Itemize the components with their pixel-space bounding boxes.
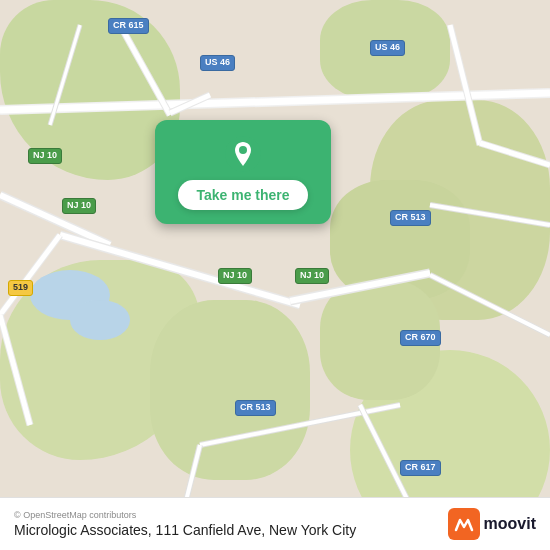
svg-line-21 [480, 143, 550, 165]
osm-attribution: © OpenStreetMap contributors [14, 510, 356, 520]
badge-nj10-left2: NJ 10 [62, 198, 96, 214]
svg-line-5 [60, 235, 300, 305]
badge-519: 519 [8, 280, 33, 296]
badge-nj10-mid1: NJ 10 [218, 268, 252, 284]
badge-cr615: CR 615 [108, 18, 149, 34]
svg-line-19 [450, 25, 480, 145]
badge-nj10-left: NJ 10 [28, 148, 62, 164]
svg-line-9 [430, 205, 550, 225]
svg-line-31 [0, 315, 30, 425]
badge-nj10-mid2: NJ 10 [295, 268, 329, 284]
badge-cr617: CR 617 [400, 460, 441, 476]
road-layer [0, 0, 550, 550]
svg-line-29 [0, 235, 60, 315]
svg-line-23 [430, 275, 550, 335]
location-name: Micrologic Associates, 111 Canfield Ave,… [14, 522, 356, 538]
take-me-there-button[interactable]: Take me there [178, 180, 307, 210]
moovit-logo: moovit [448, 508, 536, 540]
map-container: CR 615 US 46 US 46 NJ 10 NJ 10 NJ 10 NJ … [0, 0, 550, 550]
badge-cr513-mid: CR 513 [390, 210, 431, 226]
badge-us46-top: US 46 [200, 55, 235, 71]
badge-cr513-bot: CR 513 [235, 400, 276, 416]
location-pin-icon [225, 136, 261, 172]
badge-us46-right: US 46 [370, 40, 405, 56]
svg-rect-34 [448, 508, 480, 540]
bottom-bar: © OpenStreetMap contributors Micrologic … [0, 497, 550, 550]
moovit-text: moovit [484, 515, 536, 533]
location-info: © OpenStreetMap contributors Micrologic … [14, 510, 356, 538]
popup-card: Take me there [155, 120, 331, 224]
badge-cr670: CR 670 [400, 330, 441, 346]
moovit-icon [448, 508, 480, 540]
svg-point-33 [239, 146, 247, 154]
map-background [0, 0, 550, 550]
